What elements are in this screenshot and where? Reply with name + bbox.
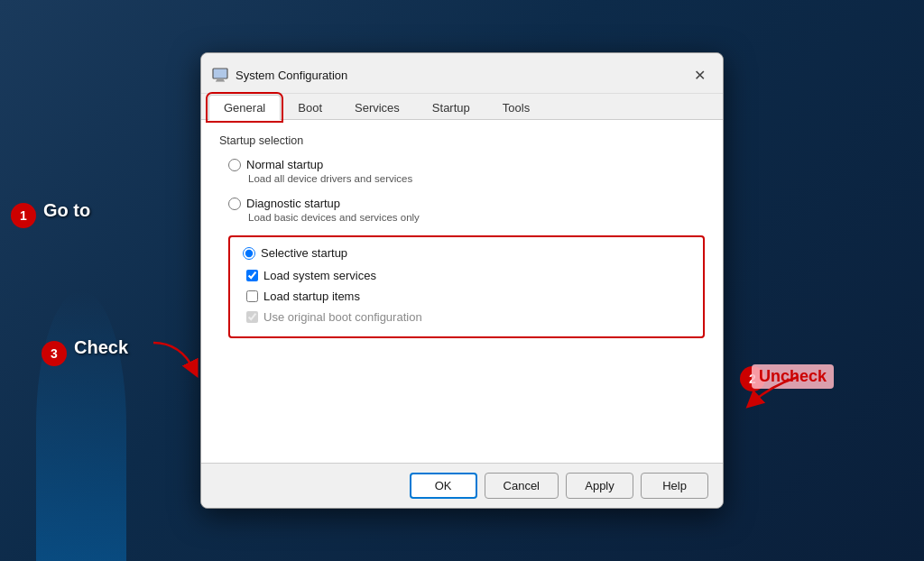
- system-config-dialog: System Configuration ✕ General Boot Serv…: [200, 52, 724, 509]
- load-system-services-checkbox[interactable]: [246, 270, 258, 281]
- load-system-services-label: Load system services: [263, 269, 376, 282]
- tab-startup[interactable]: Startup: [417, 95, 485, 120]
- selective-startup-label: Selective startup: [261, 246, 347, 260]
- step3-badge: 3: [42, 341, 67, 366]
- section-label: Startup selection: [219, 134, 705, 147]
- tab-boot[interactable]: Boot: [282, 95, 337, 120]
- load-system-services-row: Load system services: [246, 269, 690, 282]
- tab-general[interactable]: General: [208, 95, 281, 120]
- use-original-boot-row: Use original boot configuration: [246, 310, 690, 324]
- diagnostic-startup-label: Diagnostic startup: [246, 197, 340, 210]
- tab-bar: General Boot Services Startup Tools: [201, 94, 723, 120]
- load-startup-items-label: Load startup items: [263, 290, 360, 303]
- selective-startup-row: Selective startup: [243, 246, 690, 260]
- use-original-boot-label: Use original boot configuration: [263, 310, 422, 324]
- load-startup-items-row: Load startup items: [246, 290, 690, 303]
- bottom-bar: OK Cancel Apply Help: [201, 463, 723, 508]
- step3-label: Check: [74, 337, 128, 358]
- diagnostic-startup-row: Diagnostic startup: [228, 197, 705, 210]
- normal-startup-desc: Load all device drivers and services: [248, 173, 705, 184]
- normal-startup-row: Normal startup: [228, 158, 705, 171]
- title-bar-left: System Configuration: [212, 67, 347, 83]
- selective-startup-box: Selective startup Load system services L…: [228, 235, 705, 338]
- content-area: Startup selection Normal startup Load al…: [201, 120, 723, 463]
- title-bar: System Configuration ✕: [201, 53, 723, 94]
- step1-badge: 1: [11, 203, 36, 228]
- normal-startup-label: Normal startup: [246, 158, 323, 171]
- step1-label: Go to: [43, 200, 90, 221]
- selective-startup-radio[interactable]: [243, 247, 255, 260]
- close-button[interactable]: ✕: [687, 62, 712, 87]
- radio-group: Normal startup Load all device drivers a…: [228, 158, 705, 223]
- dialog-icon: [212, 67, 228, 83]
- normal-startup-radio[interactable]: [228, 159, 241, 171]
- tab-tools[interactable]: Tools: [487, 95, 545, 120]
- tab-services[interactable]: Services: [339, 95, 415, 120]
- dialog-title: System Configuration: [236, 69, 347, 82]
- bg-decoration2: [36, 290, 126, 561]
- ok-button[interactable]: OK: [410, 473, 477, 499]
- bg-decoration: [0, 200, 180, 561]
- diagnostic-startup-radio[interactable]: [228, 198, 241, 210]
- step2-uncheck-label: Uncheck: [752, 364, 834, 389]
- help-button[interactable]: Help: [641, 473, 708, 499]
- normal-startup-item: Normal startup Load all device drivers a…: [228, 158, 705, 184]
- use-original-boot-checkbox: [246, 311, 258, 323]
- diagnostic-startup-desc: Load basic devices and services only: [248, 212, 705, 223]
- diagnostic-startup-item: Diagnostic startup Load basic devices an…: [228, 197, 705, 223]
- checkbox-group: Load system services Load startup items …: [246, 269, 690, 324]
- cancel-button[interactable]: Cancel: [485, 473, 559, 499]
- svg-rect-0: [213, 69, 227, 78]
- apply-button[interactable]: Apply: [566, 473, 633, 499]
- load-startup-items-checkbox[interactable]: [246, 290, 258, 302]
